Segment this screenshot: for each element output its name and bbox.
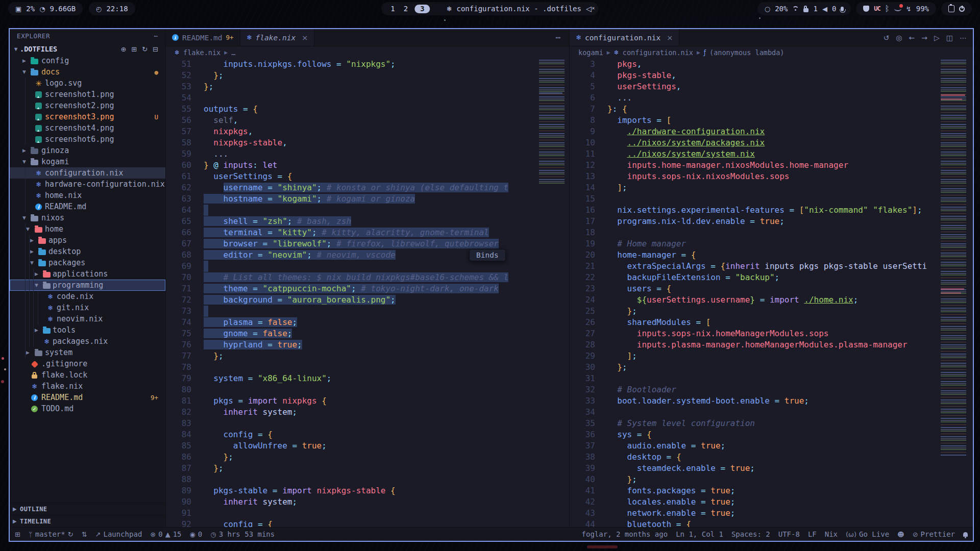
tree-item-git-nix[interactable]: ❄git.nix bbox=[10, 302, 165, 313]
breadcrumb-item[interactable]: configuration.nix bbox=[623, 48, 693, 57]
tree-item-programming[interactable]: ▼programming bbox=[10, 280, 165, 291]
status-git-branch[interactable]: ᛘmaster*↻ bbox=[29, 530, 74, 538]
tree-item-config[interactable]: ▶config bbox=[10, 55, 165, 66]
goto-icon[interactable]: ◎ bbox=[896, 34, 902, 42]
token: network.enable bbox=[607, 508, 696, 518]
status-eol[interactable]: LF bbox=[808, 530, 817, 538]
line-content: inputs.sops-nix.nixosModules.sops bbox=[607, 171, 973, 182]
mute-icon[interactable]: ◁ bbox=[586, 5, 592, 13]
status-language-mode[interactable]: Nix bbox=[825, 530, 838, 538]
tree-item-neovim-nix[interactable]: ❄neovim.nix bbox=[10, 313, 165, 324]
sync-icon[interactable]: ↺ bbox=[884, 34, 890, 42]
tree-item-docs[interactable]: ▼docs● bbox=[10, 66, 165, 78]
tree-item-apps[interactable]: ▶apps bbox=[10, 235, 165, 246]
status-git-compare[interactable]: ⇅ bbox=[82, 531, 87, 538]
tree-item-ginoza[interactable]: ▶ginoza bbox=[10, 145, 165, 156]
minimap-left[interactable] bbox=[537, 60, 568, 185]
status-problems[interactable]: ⊗0▲15 bbox=[150, 530, 181, 538]
power-icon[interactable] bbox=[959, 6, 965, 12]
code-editor-flake[interactable]: Binds 51 inputs.nixpkgs.follows = "nixpk… bbox=[166, 59, 569, 527]
workspace-2[interactable]: 2 bbox=[402, 5, 410, 13]
tree-item-kogami[interactable]: ▼kogami bbox=[10, 156, 165, 167]
breadcrumb-right[interactable]: kogami▶❄configuration.nix▶ƒ(anonymous la… bbox=[570, 46, 973, 59]
new-file-icon[interactable]: ⊕ bbox=[120, 45, 126, 53]
minimap-right[interactable] bbox=[939, 60, 969, 458]
hardware-pill[interactable]: ○ 20% 1 ◀ 0 bbox=[757, 2, 851, 15]
status-indentation[interactable]: Spaces: 2 bbox=[731, 530, 770, 538]
split-editor-icon[interactable]: ◫ bbox=[946, 34, 953, 42]
breadcrumb-item[interactable]: … bbox=[231, 48, 235, 57]
breadcrumb-left[interactable]: ❄flake.nix▶… bbox=[166, 46, 569, 59]
indent-guide bbox=[25, 257, 26, 268]
close-icon[interactable]: × bbox=[667, 34, 673, 42]
tree-item-todo-md[interactable]: ✓TODO.md bbox=[10, 403, 165, 414]
forward-icon[interactable]: → bbox=[921, 34, 927, 42]
section-outline[interactable]: ▶OUTLINE bbox=[10, 503, 165, 515]
status-go-live[interactable]: (ω)Go Live bbox=[846, 530, 889, 538]
status-launchpad[interactable]: ↗Launchpad bbox=[95, 530, 142, 538]
section-timeline[interactable]: ▶TIMELINE bbox=[10, 515, 165, 527]
workspace-1[interactable]: 1 bbox=[388, 5, 397, 13]
tab-configuration-nix[interactable]: ❄configuration.nix× bbox=[570, 29, 679, 46]
status-github[interactable]: ☻ bbox=[897, 531, 904, 538]
status-ports[interactable]: ◉0 bbox=[190, 530, 203, 538]
tree-item-home[interactable]: ▼home bbox=[10, 223, 165, 235]
tree-item-logo-svg[interactable]: ✳logo.svg bbox=[10, 78, 165, 89]
refresh-icon[interactable]: ↻ bbox=[142, 45, 148, 53]
line-content: system = "x86_64-linux"; bbox=[204, 373, 569, 384]
tree-item-nixos[interactable]: ▼nixos bbox=[10, 212, 165, 223]
tree-item-screenshot6-png[interactable]: screenshot6.png bbox=[10, 134, 165, 145]
tree-item-packages[interactable]: ▼packages bbox=[10, 257, 165, 268]
tree-item-home-nix[interactable]: ❄home.nix bbox=[10, 190, 165, 201]
close-icon[interactable]: × bbox=[302, 34, 308, 42]
tree-item-readme-md[interactable]: iREADME.md bbox=[10, 201, 165, 212]
clock-pill[interactable]: ◴ 22:18 bbox=[89, 2, 135, 15]
code-line: 32 # Bootloader bbox=[570, 384, 973, 395]
new-folder-icon[interactable]: ⊞ bbox=[131, 45, 137, 53]
tree-item-hardware-configuration-nix[interactable]: ❄hardware-configuration.nix bbox=[10, 179, 165, 190]
tree-item-flake-lock[interactable]: flake.lock bbox=[10, 369, 165, 381]
system-stats-pill[interactable]: ▣ 2% ◔ 9.66GB bbox=[8, 2, 83, 15]
tray-pill[interactable]: UC ᛒ ↯ 99% bbox=[856, 2, 936, 15]
line-content: nixpkgs-stable, bbox=[204, 137, 569, 148]
tree-item-configuration-nix[interactable]: ❄configuration.nix bbox=[10, 167, 165, 179]
status-prettier[interactable]: ⊘Prettier bbox=[913, 530, 955, 538]
status-remote-window[interactable]: ⊞ bbox=[15, 531, 20, 538]
tree-item-packages-nix[interactable]: ❄packages.nix bbox=[10, 336, 165, 347]
breadcrumb-item[interactable]: (anonymous lambda) bbox=[709, 48, 784, 57]
tab-README-md[interactable]: iREADME.md9+ bbox=[166, 29, 240, 46]
token: inputs.plasma-manager.homeManagerModules… bbox=[607, 340, 908, 349]
code-editor-configuration[interactable]: 3 pkgs,4 pkgs-stable,5 userSettings,6 ..… bbox=[570, 59, 973, 527]
tree-item-screenshot4-png[interactable]: screenshot4.png bbox=[10, 122, 165, 134]
explorer-more-icon[interactable]: ⋯ bbox=[154, 32, 158, 40]
tree-item-system[interactable]: ▶system bbox=[10, 347, 165, 358]
status-git-blame[interactable]: foglar, 2 months ago bbox=[582, 530, 668, 538]
tab-overflow-icon[interactable]: ⋯ bbox=[548, 33, 569, 42]
tree-item-desktop[interactable]: ▶desktop bbox=[10, 246, 165, 257]
tree-item-screenshot3-png[interactable]: screenshot3.pngU bbox=[10, 111, 165, 122]
tab-flake-nix[interactable]: ❄flake.nix× bbox=[240, 29, 315, 46]
tree-item-tools[interactable]: ▶tools bbox=[10, 324, 165, 336]
tree-item-flake-nix[interactable]: ❄flake.nix bbox=[10, 381, 165, 392]
status-time-tracker[interactable]: ◷3 hrs 53 mins bbox=[210, 530, 275, 538]
breadcrumb-item[interactable]: kogami bbox=[578, 48, 603, 57]
status-encoding[interactable]: UTF-8 bbox=[778, 530, 800, 538]
back-icon[interactable]: ← bbox=[909, 34, 915, 42]
power-pill[interactable] bbox=[941, 2, 972, 15]
breadcrumb-separator-icon: ▶ bbox=[697, 50, 700, 55]
root-section-header[interactable]: ▼ .DOTFILES ⊕⊞↻⊟ bbox=[10, 43, 165, 55]
workspace-3-active[interactable]: 3 bbox=[414, 5, 430, 13]
tree-item-applications[interactable]: ▶applications bbox=[10, 268, 165, 280]
tree-item-screenshot2-png[interactable]: screenshot2.png bbox=[10, 100, 165, 111]
breadcrumb-item[interactable]: flake.nix bbox=[183, 48, 220, 57]
more-icon[interactable]: ⋯ bbox=[960, 34, 967, 42]
tree-item-code-nix[interactable]: ❄code.nix bbox=[10, 291, 165, 302]
collapse-all-icon[interactable]: ⊟ bbox=[153, 45, 158, 53]
status-text: Spaces: 2 bbox=[731, 530, 770, 538]
tree-item-screenshot1-png[interactable]: screenshot1.png bbox=[10, 89, 165, 100]
tree-item--gitignore[interactable]: .gitignore bbox=[10, 358, 165, 369]
tree-item-readme-md[interactable]: iREADME.md9+ bbox=[10, 392, 165, 403]
status-cursor-position[interactable]: Ln 1, Col 1 bbox=[676, 530, 723, 538]
run-icon[interactable]: ▷ bbox=[934, 34, 940, 42]
status-notifications-bell[interactable] bbox=[963, 532, 968, 537]
